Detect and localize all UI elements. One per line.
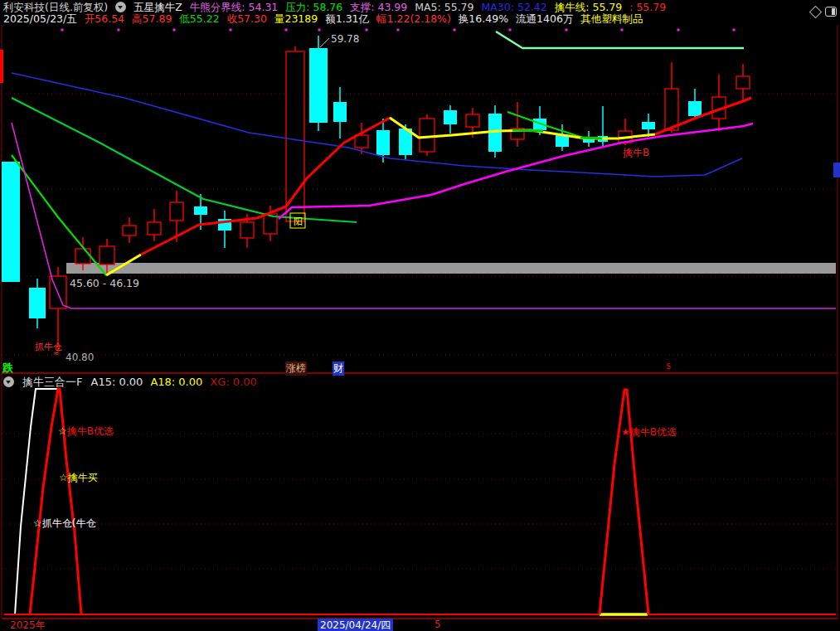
info-field: A18: 0.00: [150, 376, 202, 388]
buy-mark: ≈: [53, 349, 60, 357]
candle: [170, 202, 183, 221]
candle: [376, 130, 390, 155]
axis-month-label: 5: [435, 619, 441, 630]
candle: [642, 122, 655, 129]
candle: [75, 249, 90, 264]
right-edge-price-tag: [833, 163, 840, 177]
status-finance-tab[interactable]: 财: [333, 362, 344, 376]
month-marker-dot: [318, 29, 321, 32]
month-marker-dot: [118, 29, 120, 32]
low-price-label: 40.80: [66, 352, 94, 363]
band-range-label: 45.60 - 46.19: [70, 277, 139, 289]
candle: [2, 162, 20, 282]
candle: [466, 114, 479, 127]
status-fall-label[interactable]: 跌: [2, 361, 13, 376]
month-marker-dot: [397, 29, 400, 32]
candle: [736, 76, 750, 89]
month-marker-dot: [454, 29, 456, 32]
chart-canvas[interactable]: 59.7845.60 - 46.19阳擒牛B抓牛仓≈40.80: [0, 0, 840, 631]
info-field: A15: 0.00: [90, 376, 143, 388]
yang-label: 阳: [294, 216, 303, 227]
candle: [665, 89, 678, 130]
candle: [0, 50, 3, 83]
price-callout: 59.78: [331, 33, 359, 45]
panel2-header: 擒牛三合一F A15: 0.00A18: 0.00XG: 0.00: [3, 376, 265, 388]
ma-green-fast: [12, 155, 106, 275]
candle: [420, 119, 435, 152]
month-marker-dot: [366, 29, 368, 32]
white-indicator-line: [15, 389, 57, 614]
month-marker-dot: [621, 29, 624, 32]
resistance-line: [496, 32, 744, 48]
info-field: XG: 0.00: [210, 376, 256, 388]
panel2-indicator-name[interactable]: 擒牛三合一F: [22, 376, 82, 388]
trading-terminal-window: 59.7845.60 - 46.19阳擒牛B抓牛仓≈40.80 利安科技(日线.…: [0, 0, 840, 631]
dollar-marker: $: [666, 362, 671, 371]
axis-date-label: 2025/04/24/四: [318, 619, 393, 631]
month-marker-dot: [61, 29, 64, 32]
qinniu-b-label: 擒牛B: [623, 147, 649, 158]
candle: [444, 110, 457, 124]
signal-spike-left: [30, 389, 81, 614]
candle: [29, 288, 46, 318]
candle: [148, 222, 161, 235]
month-marker-dot: [173, 29, 176, 32]
month-marker-dot: [733, 29, 736, 32]
candle: [194, 206, 207, 215]
qinniu-green-bit-2: [580, 138, 602, 138]
candle: [309, 48, 328, 123]
candle: [240, 222, 254, 238]
qinniu-green-bit-1: [512, 130, 543, 131]
price-band: [66, 263, 836, 274]
month-marker-dot: [285, 29, 288, 32]
panel2-header-fields: A15: 0.00A18: 0.00XG: 0.00: [90, 376, 264, 388]
month-marker-dot: [566, 29, 568, 32]
callout-line: [320, 38, 329, 47]
month-marker-dot: [509, 29, 512, 32]
candle: [100, 246, 114, 265]
candle: [688, 101, 702, 116]
candle: [123, 226, 136, 235]
candle: [333, 102, 347, 122]
signal-spike-right: [600, 390, 648, 614]
panel2-indicator-icon[interactable]: [3, 376, 14, 387]
axis-year-label: 2025年: [10, 619, 46, 631]
month-marker-dot: [230, 29, 232, 32]
status-board-tab[interactable]: 涨榜: [285, 362, 307, 376]
month-marker-dot: [677, 29, 680, 32]
